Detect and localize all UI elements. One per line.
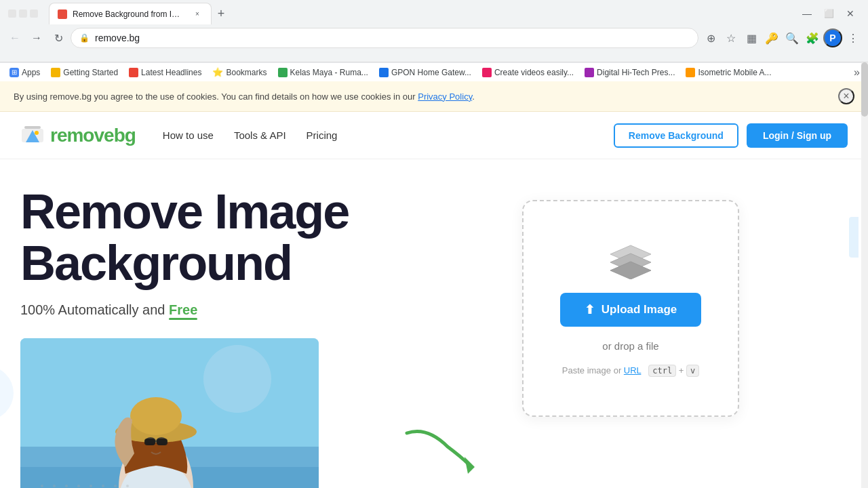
logo-text: removebg [50,125,136,146]
hero-subtitle-static: 100% Automatically and [20,302,169,317]
tab-favicon [58,9,67,19]
gpon-favicon [379,68,389,77]
forward-button[interactable]: → [27,28,46,47]
svg-marker-18 [465,457,475,474]
dot [126,485,129,487]
search-button[interactable]: 🔍 [783,28,802,47]
upload-card[interactable]: ⬆ Upload Image or drop a file Paste imag… [522,200,739,417]
dot [102,485,104,487]
getting-started-favicon [51,68,60,77]
bookmark-star-icon: ⭐ [212,67,223,77]
logo-remove: remove [50,125,114,146]
hero-title: Remove Image Background [20,186,414,289]
window-restore-button[interactable]: ⬜ [819,4,838,23]
tab-title: Remove Background from Image [73,9,186,19]
hero-image-wrapper [20,338,414,488]
address-text: remove.bg [95,33,690,43]
bookmark-bookmarks[interactable]: ⭐ Bookmarks [208,66,271,79]
active-tab[interactable]: Remove Background from Image × [49,3,212,24]
extensions-button[interactable]: 🧩 [803,28,822,47]
remove-background-button[interactable]: Remove Background [614,123,738,148]
nav-links: How to use Tools & API Pricing [163,127,614,144]
digital-hi-tech-favicon [585,68,594,77]
profile-button[interactable]: P [823,28,842,47]
url-link[interactable]: URL [624,365,642,375]
bookmark-digital-hi-tech-label: Digital Hi-Tech Pres... [597,68,675,77]
page-content: By using remove.bg you agree to the use … [0,81,868,488]
bookmark-gpon[interactable]: GPON Home Gatew... [375,66,475,79]
hero-photo-svg [20,338,319,488]
kelas-maya-favicon [278,68,288,77]
bookmark-apps[interactable]: ⊞ Apps [5,66,44,79]
latest-headlines-favicon [129,68,138,77]
side-accent [849,217,859,258]
hero-title-line2: Background [20,236,292,290]
dot [53,485,56,487]
cookie-close-button[interactable]: × [838,88,854,104]
scrollbar[interactable] [861,62,868,488]
login-signup-button[interactable]: Login / Sign up [747,123,848,148]
chromecast-button[interactable]: ▦ [742,28,761,47]
window-controls [8,9,38,18]
maximize-button[interactable] [19,9,27,18]
keyboard-shortcut: ctrl [648,365,676,377]
logo[interactable]: removebg [20,123,136,148]
cookie-banner-text: By using remove.bg you agree to the use … [14,92,418,102]
logo-bg: bg [114,125,136,146]
window-close-button[interactable]: ✕ [841,4,860,23]
translate-button[interactable]: ⊕ [701,28,720,47]
bookmark-create-videos-label: Create videos easily... [494,68,574,77]
toolbar-icons: ⊕ ☆ ▦ 🔑 🔍 🧩 P ⋮ [701,28,863,47]
bookmark-create-videos[interactable]: Create videos easily... [478,66,578,79]
nav-how-to-use[interactable]: How to use [163,127,214,144]
upload-icon: ⬆ [585,302,595,317]
menu-button[interactable]: ⋮ [844,28,863,47]
bookmark-bookmarks-label: Bookmarks [226,68,267,77]
logo-icon [20,123,45,148]
nav-tools-api[interactable]: Tools & API [234,127,286,144]
upload-image-button[interactable]: ⬆ Upload Image [560,293,701,327]
lock-icon: 🔒 [79,33,90,43]
bookmark-kelas-maya[interactable]: Kelas Maya - Ruma... [274,66,372,79]
isometric-favicon [686,68,695,77]
bookmark-kelas-maya-label: Kelas Maya - Ruma... [290,68,368,77]
tab-close-button[interactable]: × [192,9,203,20]
window-minimize-button[interactable]: — [797,4,816,23]
bookmark-latest-headlines-label: Latest Headlines [141,68,201,77]
bookmark-latest-headlines[interactable]: Latest Headlines [125,66,205,79]
new-tab-button[interactable]: + [212,4,231,23]
plus-sign: + [679,365,686,375]
arrow-svg [400,420,481,474]
bookmarks-bar: ⊞ Apps Getting Started Latest Headlines … [0,62,868,81]
hero-title-line1: Remove Image [20,184,349,239]
reload-button[interactable]: ↻ [49,28,68,47]
dot [90,485,92,487]
bookmark-gpon-label: GPON Home Gatew... [391,68,471,77]
password-button[interactable]: 🔑 [762,28,781,47]
create-videos-favicon [482,68,492,77]
hero-section: Remove Image Background 100% Automatical… [0,159,868,488]
privacy-policy-link[interactable]: Privacy Policy [418,92,472,102]
hero-subtitle: 100% Automatically and Free [20,302,414,318]
scrollbar-thumb[interactable] [861,62,868,117]
dot [65,485,68,487]
dot [77,485,80,487]
close-button[interactable] [30,9,38,18]
tab-bar: Remove Background from Image × + [43,2,236,25]
nav-pricing[interactable]: Pricing [307,127,338,144]
bookmark-isometric[interactable]: Isometric Mobile A... [682,66,775,79]
upload-button-label: Upload Image [601,303,677,317]
bookmark-digital-hi-tech[interactable]: Digital Hi-Tech Pres... [580,66,679,79]
bookmark-button[interactable]: ☆ [722,28,741,47]
address-bar[interactable]: 🔒 remove.bg [71,28,698,48]
dots-decoration: const dotsContainer = document.currentSc… [41,485,134,488]
toolbar: ← → ↻ 🔒 remove.bg ⊕ ☆ ▦ 🔑 🔍 🧩 P ⋮ [0,24,868,52]
back-button[interactable]: ← [5,28,24,47]
drop-file-text: or drop a file [602,340,658,352]
hero-left: Remove Image Background 100% Automatical… [20,186,414,488]
minimize-button[interactable] [8,9,16,18]
bookmark-getting-started[interactable]: Getting Started [47,66,122,79]
svg-rect-15 [144,439,155,445]
bookmark-getting-started-label: Getting Started [63,68,118,77]
bookmark-apps-label: Apps [22,68,40,77]
